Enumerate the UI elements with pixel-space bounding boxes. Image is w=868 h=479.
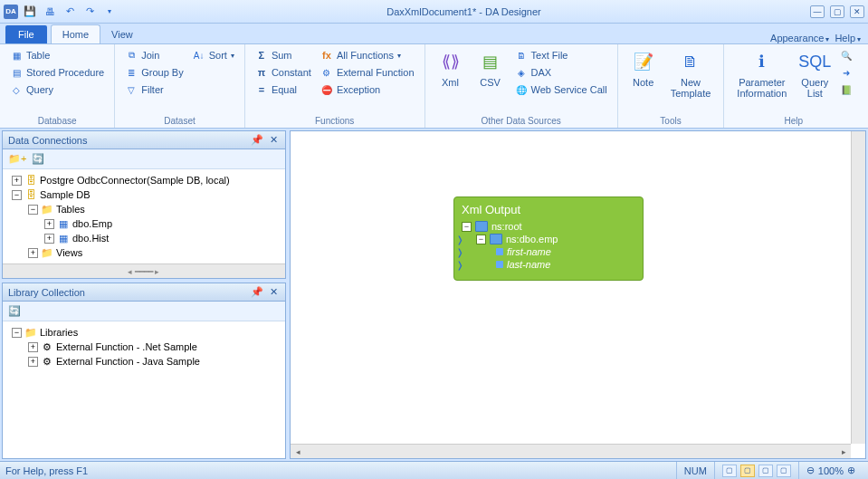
app-icon: DA [4,5,18,19]
xml-output-title: Xml Output [462,203,635,216]
parameter-info-button[interactable]: ℹParameter Information [731,48,792,114]
tab-file[interactable]: File [5,25,47,43]
tree-item[interactable]: Views [56,247,82,258]
new-template-button[interactable]: 🗎New Template [665,48,717,114]
port-icon[interactable]: ❭ [456,260,465,269]
status-num: NUM [676,462,714,479]
exception-button[interactable]: ⛔Exception [318,82,417,97]
xml-icon: ⟪⟫ [438,50,463,75]
xml-output-node[interactable]: Xml Output −ns:root ❭ −ns:dbo.emp ❭ firs… [453,196,644,281]
query-button[interactable]: ◇Query [7,82,107,97]
save-icon[interactable]: 💾 [22,4,38,20]
add-connection-icon[interactable]: 📁+ [8,153,26,165]
port-icon[interactable]: ❭ [456,247,465,256]
redo-icon[interactable]: ↷ [81,4,98,20]
tab-home[interactable]: Home [51,24,100,43]
groupby-button[interactable]: ≣Group By [122,65,186,80]
query-list-button[interactable]: SQLQuery List [796,48,834,114]
tree-item[interactable]: dbo.Emp [72,218,112,229]
tree-item[interactable]: External Function - Java Sample [56,356,200,367]
panel-close-icon[interactable]: ✕ [267,134,280,147]
tree-item[interactable]: dbo.Hist [72,233,109,244]
qat-dropdown-icon[interactable]: ▾ [101,4,118,20]
zoom-out-icon[interactable]: ⊖ [806,465,815,476]
equal-button[interactable]: =Equal [253,82,314,97]
collapse-icon[interactable]: − [12,190,22,200]
print-icon[interactable]: 🖶 [42,4,58,20]
expand-icon[interactable]: + [28,248,38,258]
zoom-value: 100% [818,465,844,476]
constant-button[interactable]: πConstant [253,65,314,80]
view-mode-2[interactable]: ▢ [740,465,755,477]
xml-emp[interactable]: ns:dbo.emp [506,234,558,244]
stored-procedure-button[interactable]: ▤Stored Procedure [7,65,107,80]
refresh-icon[interactable]: 🔄 [32,153,44,165]
design-canvas[interactable]: Xml Output −ns:root ❭ −ns:dbo.emp ❭ firs… [290,130,866,459]
view-mode-4[interactable]: ▢ [777,465,791,477]
dc-tree[interactable]: +🗄Postgre OdbcConnector(Sample DB, local… [3,169,285,263]
minimize-button[interactable]: — [810,5,825,18]
all-functions-button[interactable]: fxAll Functions▾ [318,48,417,62]
expand-icon[interactable]: + [44,234,54,244]
tree-item[interactable]: Tables [56,204,85,215]
globe-icon: 🌐 [515,83,528,96]
port-icon[interactable]: ❭ [456,235,465,244]
webservice-button[interactable]: 🌐Web Service Call [512,82,610,97]
help-menu[interactable]: Help [835,33,861,43]
expand-icon[interactable]: + [44,219,54,229]
collapse-icon[interactable]: − [28,205,38,215]
note-button[interactable]: 📝Note [625,48,662,114]
xml-first[interactable]: first-name [507,246,551,257]
canvas-h-scrollbar[interactable]: ◂▸ [291,444,851,458]
help-arrow-button[interactable]: ➜ [837,65,855,80]
expand-icon[interactable]: + [28,342,38,352]
view-mode-1[interactable]: ▢ [722,465,737,477]
collapse-icon[interactable]: − [12,328,22,338]
xml-last[interactable]: last-name [507,259,550,270]
data-connections-panel: Data Connections 📌 ✕ 📁+ 🔄 +🗄Postgre Odbc… [2,130,286,279]
maximize-button[interactable]: ▢ [830,5,844,18]
tree-item[interactable]: External Function - .Net Sample [56,341,197,352]
csv-button[interactable]: ▤CSV [472,48,509,114]
dax-button[interactable]: ◈DAX [512,65,610,80]
tree-item[interactable]: Libraries [40,327,78,338]
help-find-button[interactable]: 🔍 [837,48,855,62]
help-book-button[interactable]: 📗 [837,82,855,97]
lc-header: Library Collection 📌 ✕ [3,283,285,302]
tree-item[interactable]: Postgre OdbcConnector(Sample DB, local) [40,175,230,186]
library-collection-panel: Library Collection 📌 ✕ 🔄 −📁Libraries +⚙E… [2,283,286,459]
main-area: Data Connections 📌 ✕ 📁+ 🔄 +🗄Postgre Odbc… [0,129,868,461]
collapse-icon[interactable]: − [462,222,472,232]
filter-button[interactable]: ▽Filter [122,82,186,97]
canvas-v-scrollbar[interactable] [851,131,865,444]
external-function-button[interactable]: ⚙External Function [318,65,417,80]
xml-root[interactable]: ns:root [491,221,522,232]
pin-icon[interactable]: 📌 [251,286,263,299]
tab-view[interactable]: View [100,25,144,43]
collapse-icon[interactable]: − [476,235,486,244]
sum-button[interactable]: ΣSum [253,48,314,62]
refresh-icon[interactable]: 🔄 [8,305,21,317]
table-button[interactable]: ▦Table [7,48,107,62]
element-icon [490,234,502,244]
field-icon [496,248,503,255]
close-button[interactable]: ✕ [850,5,864,18]
textfile-button[interactable]: 🗎Text File [512,48,610,62]
panel-close-icon[interactable]: ✕ [267,286,280,299]
group-label-dataset: Dataset [122,114,237,126]
appearance-menu[interactable]: Appearance [770,33,829,43]
groupby-icon: ≣ [125,66,138,79]
view-mode-3[interactable]: ▢ [758,465,773,477]
ribbon: ▦Table ▤Stored Procedure ◇Query Database… [0,43,868,129]
undo-icon[interactable]: ↶ [62,4,78,20]
h-scrollbar[interactable]: ◂ ━━━━ ▸ [3,263,285,278]
sort-button[interactable]: A↓Sort▾ [190,48,237,62]
expand-icon[interactable]: + [28,357,38,367]
zoom-in-icon[interactable]: ⊕ [847,465,855,476]
lc-tree[interactable]: −📁Libraries +⚙External Function - .Net S… [3,321,285,458]
pin-icon[interactable]: 📌 [251,134,263,147]
expand-icon[interactable]: + [12,176,22,186]
join-button[interactable]: ⧉Join [122,48,186,62]
tree-item[interactable]: Sample DB [40,189,91,200]
xml-button[interactable]: ⟪⟫Xml [433,48,469,114]
